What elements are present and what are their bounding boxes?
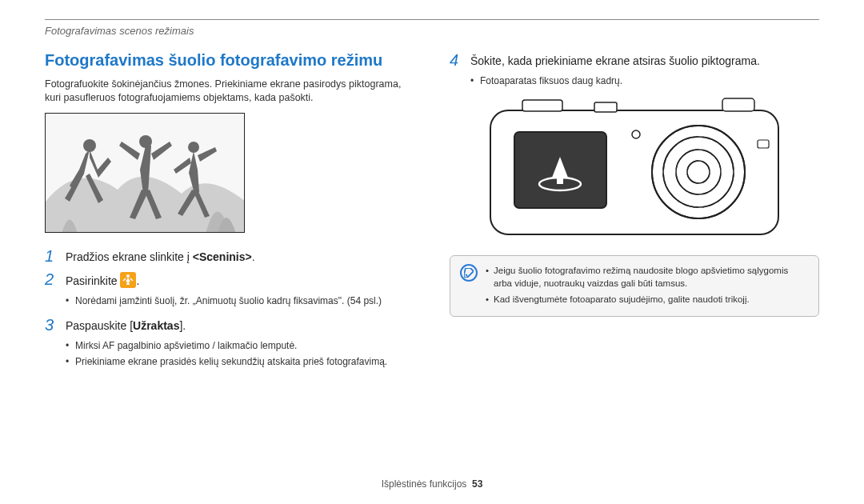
sub-item: Norėdami įamžinti šuolį, žr. „Animuotų š…: [66, 294, 414, 308]
svg-rect-7: [594, 102, 617, 112]
step-text: Šokite, kada priekiniame ekrane atsiras …: [470, 51, 819, 70]
step-pre: Pasirinkite: [66, 274, 120, 287]
content-columns: Fotografavimas šuolio fotografavimo reži…: [45, 51, 819, 377]
step-bold: Užraktas: [133, 319, 179, 332]
header-rule: [45, 19, 819, 20]
step-number: 1: [45, 247, 58, 265]
step-4-sub: Fotoaparatas fiksuos daug kadrų.: [470, 74, 819, 88]
step-number: 3: [45, 316, 58, 334]
camera-illustration: [482, 96, 786, 244]
jump-scene-icon: [120, 272, 136, 288]
step-post: ].: [179, 319, 186, 332]
step-2: 2 Pasirinkite .: [45, 270, 414, 290]
step-1: 1 Pradžios ekrane slinkite į <Sceninis>.: [45, 247, 414, 266]
step-pre: Paspauskite [: [66, 319, 133, 332]
note-box: Jeigu šuolio fotografavimo režimą naudos…: [450, 255, 819, 316]
note-item: Kad išvengtumėte fotoaparato sujudėjimo,…: [486, 293, 809, 306]
step-number: 4: [450, 51, 462, 69]
sub-item: Mirksi AF pagalbinio apšvietimo / laikma…: [66, 339, 414, 353]
step-text: Paspauskite [Užraktas].: [66, 316, 414, 334]
step-bold: <Sceninis>: [193, 250, 252, 263]
note-icon: [460, 264, 478, 282]
svg-rect-15: [652, 170, 745, 174]
svg-rect-21: [758, 140, 769, 148]
svg-point-20: [632, 130, 640, 138]
svg-rect-5: [522, 100, 562, 111]
left-column: Fotografavimas šuolio fotografavimo reži…: [45, 51, 414, 377]
right-column: 4 Šokite, kada priekiniame ekrane atsira…: [450, 51, 819, 377]
step-post: .: [252, 250, 255, 263]
jump-illustration: [45, 113, 245, 233]
step-2-sub: Norėdami įamžinti šuolį, žr. „Animuotų š…: [66, 294, 414, 308]
note-list: Jeigu šuolio fotografavimo režimą naudos…: [486, 264, 809, 307]
footer-label: Išplėstinės funkcijos: [382, 478, 467, 490]
step-3: 3 Paspauskite [Užraktas].: [45, 316, 414, 334]
page-number: 53: [472, 478, 482, 490]
svg-rect-6: [722, 98, 754, 111]
page-footer: Išplėstinės funkcijos 53: [0, 478, 864, 490]
intro-text: Fotografuokite šokinėjančius žmones. Pri…: [45, 78, 414, 105]
step-4: 4 Šokite, kada priekiniame ekrane atsira…: [450, 51, 819, 70]
step-post: .: [136, 274, 139, 287]
step-number: 2: [45, 270, 58, 288]
step-text: Pasirinkite .: [66, 270, 414, 290]
step-pre: Pradžios ekrane slinkite į: [66, 250, 193, 263]
svg-point-3: [126, 274, 130, 278]
section-title: Fotografavimas šuolio fotografavimo reži…: [45, 51, 414, 70]
breadcrumb: Fotografavimas scenos režimais: [45, 25, 819, 37]
svg-point-2: [188, 142, 199, 153]
sub-item: Fotoaparatas fiksuos daug kadrų.: [470, 74, 819, 88]
sub-item: Priekiniame ekrane prasidės kelių sekund…: [66, 355, 414, 369]
step-3-sub: Mirksi AF pagalbinio apšvietimo / laikma…: [66, 339, 414, 369]
step-text: Pradžios ekrane slinkite į <Sceninis>.: [66, 247, 414, 266]
note-item: Jeigu šuolio fotografavimo režimą naudos…: [486, 264, 809, 290]
